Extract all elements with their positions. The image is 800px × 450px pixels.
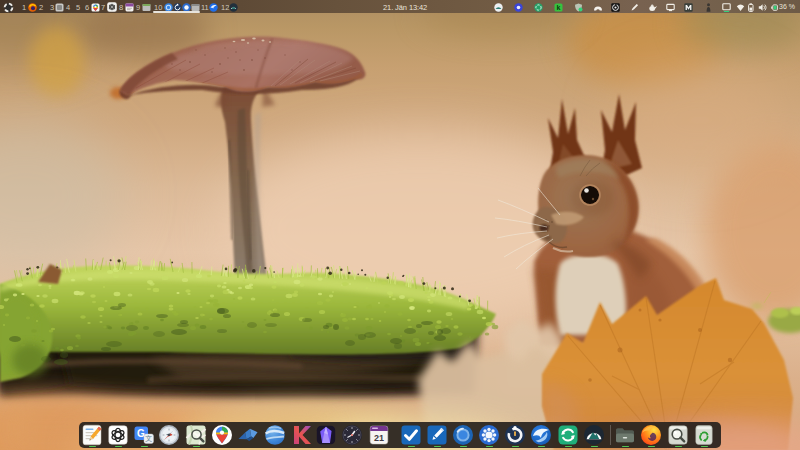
svg-text:21: 21 [374, 433, 384, 443]
svg-text:k: k [557, 4, 561, 11]
svg-text:文: 文 [145, 434, 152, 442]
